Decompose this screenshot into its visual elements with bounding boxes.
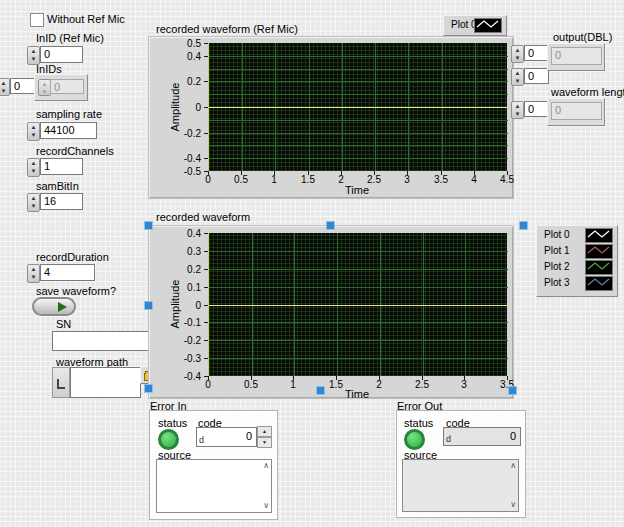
- graph1-plot-area[interactable]: [208, 43, 507, 171]
- x-axis-tick-mark: [407, 171, 408, 175]
- x-axis-tick-label: 1: [259, 174, 289, 185]
- inids-index-spinner[interactable]: ▲▼: [0, 78, 10, 96]
- grid-line-horizontal: [209, 158, 508, 159]
- y-axis-tick-label: -0.2: [149, 335, 201, 346]
- selection-handle[interactable]: [508, 386, 517, 395]
- waveform-graph-ref-mic[interactable]: Amplitude Time 0.50.40.20-0.2-0.4-0.500.…: [148, 36, 514, 199]
- y-axis-tick-label: 0: [149, 300, 201, 311]
- x-axis-tick-mark: [251, 376, 252, 380]
- sampling-rate-input[interactable]: 44100: [40, 122, 97, 139]
- x-axis-tick-mark: [474, 171, 475, 175]
- x-axis-tick-label: 1: [278, 379, 308, 390]
- error-in-code-input[interactable]: d 0: [196, 427, 257, 447]
- record-channels-label: recordChannels: [36, 145, 114, 157]
- sam-bit-in-spinner[interactable]: ▲▼: [27, 193, 40, 212]
- x-axis-tick-label: 0: [193, 379, 223, 390]
- y-axis-tick-mark: [204, 269, 208, 270]
- record-duration-input[interactable]: 4: [40, 264, 95, 281]
- error-in-code-decrement[interactable]: ▼: [257, 437, 272, 448]
- x-axis-tick-mark: [341, 171, 342, 175]
- output-dbl-row-spinner[interactable]: ▲▼: [511, 45, 524, 63]
- inid-input[interactable]: 0: [40, 46, 83, 63]
- output-dbl-element: 0: [551, 47, 602, 65]
- path-type-button[interactable]: [52, 367, 70, 398]
- plot-line-style-icon[interactable]: [474, 18, 502, 33]
- y-axis-tick-mark: [204, 358, 208, 359]
- grid-line-horizontal: [209, 133, 508, 134]
- x-axis-tick-label: 0.5: [236, 379, 266, 390]
- error-in-code-value: 0: [246, 430, 252, 442]
- sam-bit-in-input[interactable]: 16: [40, 193, 83, 210]
- y-axis-tick-mark: [204, 287, 208, 288]
- y-axis-tick-mark: [204, 340, 208, 341]
- scroll-up-icon[interactable]: ∧: [263, 462, 269, 470]
- y-axis-tick-label: -0.1: [149, 317, 201, 328]
- legend-plot-name: Plot 1: [544, 245, 570, 256]
- grid-line-horizontal: [209, 81, 508, 82]
- y-axis-tick-label: -0.2: [149, 128, 201, 139]
- legend-item[interactable]: Plot 3: [537, 275, 617, 291]
- selection-handle[interactable]: [519, 221, 528, 230]
- plot-line-style-icon[interactable]: [585, 244, 613, 259]
- save-waveform-label: save waveform?: [36, 285, 116, 297]
- legend-item[interactable]: Plot 1: [537, 243, 617, 259]
- y-axis-tick-label: 0.5: [149, 38, 201, 49]
- y-axis-tick-label: -0.4: [149, 153, 201, 164]
- save-waveform-button[interactable]: [32, 297, 76, 316]
- waveform-length-label: waveform length: [551, 86, 624, 98]
- x-axis-tick-mark: [293, 376, 294, 380]
- sampling-rate-label: sampling rate: [36, 108, 102, 120]
- legend-item[interactable]: Plot 2: [537, 259, 617, 275]
- plot-line-style-icon[interactable]: [585, 260, 613, 275]
- waveform-trace: [209, 305, 507, 306]
- record-channels-input[interactable]: 1: [40, 158, 83, 175]
- inids-index-input[interactable]: 0: [10, 78, 36, 94]
- scroll-down-icon[interactable]: ∨: [510, 501, 516, 509]
- x-axis-tick-label: 3: [392, 174, 422, 185]
- output-dbl-col-index[interactable]: 0: [524, 68, 549, 84]
- error-out-code-indicator: d 0: [443, 427, 521, 446]
- plot-line-style-icon[interactable]: [585, 276, 613, 291]
- selection-handle[interactable]: [144, 221, 153, 230]
- y-axis-tick-mark: [204, 107, 208, 108]
- output-dbl-col-spinner[interactable]: ▲▼: [511, 68, 524, 86]
- error-in-source-input[interactable]: ∧ ∨: [156, 459, 272, 513]
- output-dbl-row-index[interactable]: 0: [524, 45, 549, 61]
- waveform-length-index-spinner[interactable]: ▲▼: [511, 101, 524, 119]
- inids-element-input[interactable]: 0: [50, 79, 84, 94]
- sn-input[interactable]: [52, 331, 156, 351]
- grid-line-horizontal: [209, 322, 508, 323]
- waveform-path-input[interactable]: [70, 367, 141, 398]
- error-in-status-led[interactable]: [158, 429, 179, 450]
- record-duration-spinner[interactable]: ▲▼: [27, 264, 40, 283]
- record-channels-spinner[interactable]: ▲▼: [27, 158, 40, 177]
- selection-handle[interactable]: [326, 221, 335, 230]
- waveform-length-index[interactable]: 0: [524, 101, 549, 117]
- grid-line-horizontal: [209, 251, 508, 252]
- x-axis-tick-label: 0: [193, 174, 223, 185]
- x-axis-tick-label: 1.5: [321, 379, 351, 390]
- legend-item[interactable]: Plot 0: [444, 17, 506, 33]
- sampling-rate-spinner[interactable]: ▲▼: [27, 122, 40, 141]
- play-arrow-icon: [58, 302, 67, 312]
- selection-handle[interactable]: [316, 386, 325, 395]
- radix-indicator[interactable]: d: [199, 435, 204, 445]
- y-axis-tick-label: 0.2: [149, 76, 201, 87]
- graph2-plot-area[interactable]: [208, 233, 507, 376]
- y-axis-tick-mark: [204, 133, 208, 134]
- legend-item[interactable]: Plot 0: [537, 227, 617, 243]
- selection-handle[interactable]: [144, 384, 153, 393]
- error-in-code-increment[interactable]: ▲: [257, 426, 272, 437]
- waveform-length-element: 0: [551, 102, 602, 120]
- waveform-graph[interactable]: Amplitude Time 0.40.30.20.10-0.1-0.2-0.3…: [148, 225, 514, 399]
- y-axis-tick-label: 0.2: [149, 264, 201, 275]
- scroll-down-icon[interactable]: ∨: [263, 502, 269, 510]
- scroll-up-icon[interactable]: ∧: [510, 462, 516, 470]
- y-axis-tick-label: 0.3: [149, 246, 201, 257]
- y-axis-tick-mark: [204, 158, 208, 159]
- without-ref-mic-checkbox[interactable]: [30, 13, 44, 27]
- selection-handle[interactable]: [144, 301, 153, 310]
- legend-plot-name: Plot 3: [544, 277, 570, 288]
- graph1-x-axis-label: Time: [208, 184, 506, 196]
- plot-line-style-icon[interactable]: [585, 228, 613, 243]
